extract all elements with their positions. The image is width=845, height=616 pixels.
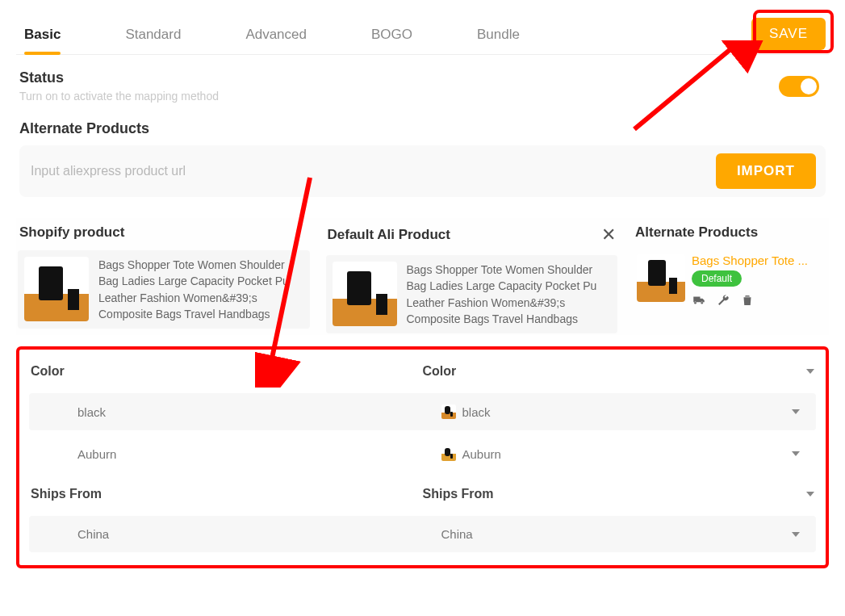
save-button[interactable]: SAVE bbox=[751, 18, 826, 50]
trash-icon[interactable] bbox=[740, 293, 755, 311]
alternate-column-header: Alternate Products bbox=[634, 220, 827, 250]
status-subtitle: Turn on to activate the mapping method bbox=[19, 90, 219, 103]
variant-header-left: Color bbox=[31, 364, 423, 379]
status-title: Status bbox=[19, 69, 219, 86]
chevron-down-icon bbox=[806, 369, 814, 374]
variant-left-value: China bbox=[40, 527, 441, 541]
product-thumb bbox=[333, 262, 397, 326]
product-thumb bbox=[637, 254, 685, 302]
alternate-product-title: Bags Shopper Tote ... bbox=[692, 254, 808, 267]
variant-header-right-dropdown[interactable]: Ships From bbox=[423, 487, 815, 501]
alternate-section: Alternate Products IMPORT bbox=[16, 106, 829, 200]
tab-bundle[interactable]: Bundle bbox=[477, 17, 520, 54]
tab-basic[interactable]: Basic bbox=[24, 17, 61, 54]
chevron-down-icon bbox=[806, 492, 814, 497]
variant-right-dropdown[interactable]: China bbox=[441, 527, 805, 541]
tab-bogo[interactable]: BOGO bbox=[371, 17, 412, 54]
variant-header-right-dropdown[interactable]: Color bbox=[423, 364, 815, 379]
mapping-tabs: Basic Standard Advanced BOGO Bundle SAVE bbox=[16, 16, 829, 55]
variant-left-value: black bbox=[40, 404, 441, 419]
variant-header-left: Ships From bbox=[31, 487, 423, 501]
swatch-thumb bbox=[441, 446, 456, 461]
ali-column: Default Ali Product ✕ Bags Shopper Tote … bbox=[326, 220, 618, 333]
ali-column-header: Default Ali Product bbox=[328, 227, 450, 243]
status-toggle[interactable] bbox=[779, 76, 819, 97]
variant-mapping-table: Color Color black black Auburn Auburn Sh… bbox=[16, 346, 829, 568]
wrench-icon[interactable] bbox=[716, 293, 730, 311]
variant-right-dropdown[interactable]: Auburn bbox=[441, 446, 805, 461]
import-button[interactable]: IMPORT bbox=[716, 153, 816, 189]
shopify-column-header: Shopify product bbox=[18, 220, 310, 250]
tab-advanced[interactable]: Advanced bbox=[245, 17, 307, 54]
remove-ali-product-icon[interactable]: ✕ bbox=[601, 224, 616, 245]
ali-product-desc: Bags Shopper Tote Women Shoulder Bag Lad… bbox=[407, 262, 612, 327]
variant-right-dropdown[interactable]: black bbox=[441, 404, 805, 419]
shopify-product-desc: Bags Shopper Tote Women Shoulder Bag Lad… bbox=[98, 257, 303, 322]
chevron-down-icon bbox=[792, 451, 800, 456]
chevron-down-icon bbox=[792, 409, 800, 414]
status-section: Status Turn on to activate the mapping m… bbox=[16, 55, 829, 106]
default-badge: Default bbox=[692, 270, 742, 287]
aliexpress-url-input[interactable] bbox=[29, 157, 716, 185]
tab-standard[interactable]: Standard bbox=[125, 17, 181, 54]
shopify-column: Shopify product Bags Shopper Tote Women … bbox=[18, 220, 310, 333]
swatch-thumb bbox=[441, 404, 456, 419]
alternate-product-card[interactable]: Bags Shopper Tote ... Default bbox=[634, 250, 827, 314]
alternate-title: Alternate Products bbox=[19, 120, 826, 137]
chevron-down-icon bbox=[792, 532, 800, 537]
alternate-column: Alternate Products Bags Shopper Tote ...… bbox=[634, 220, 827, 333]
truck-icon[interactable] bbox=[692, 293, 706, 311]
variant-left-value: Auburn bbox=[40, 446, 441, 461]
shopify-product-card[interactable]: Bags Shopper Tote Women Shoulder Bag Lad… bbox=[18, 250, 310, 329]
product-thumb bbox=[24, 257, 89, 321]
ali-product-card[interactable]: Bags Shopper Tote Women Shoulder Bag Lad… bbox=[326, 255, 618, 333]
